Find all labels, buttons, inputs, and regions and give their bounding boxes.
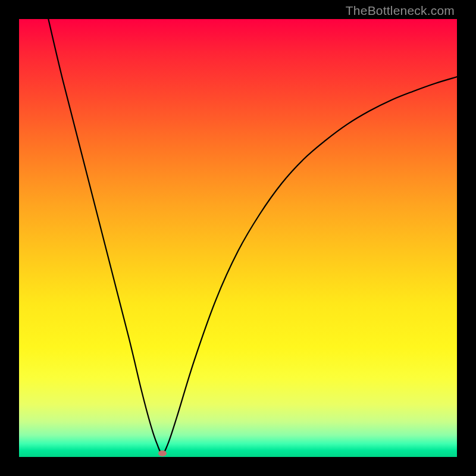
bottleneck-curve [19,19,457,457]
plot-area [19,19,457,457]
chart-frame: TheBottleneck.com [0,0,476,476]
bottleneck-marker [158,450,167,456]
watermark-text: TheBottleneck.com [346,4,455,18]
